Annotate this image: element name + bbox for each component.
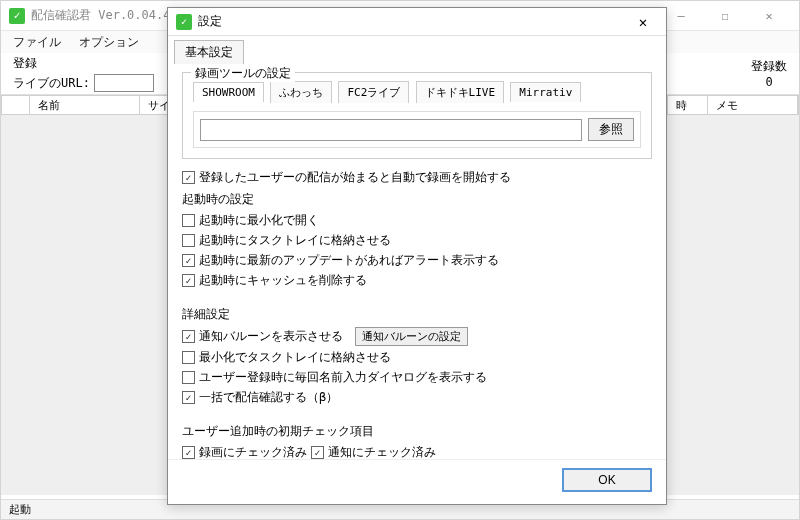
legend-detail: 詳細設定 [182,306,652,323]
chk-startup-tray[interactable] [182,234,195,247]
fieldset-startup: 起動時の設定 起動時に最小化で開く 起動時にタスクトレイに格納させる ✓起動時に… [182,189,652,294]
menu-file[interactable]: ファイル [13,34,61,51]
col-name[interactable]: 名前 [30,96,140,114]
service-tabs: SHOWROOM ふわっち FC2ライブ ドキドキLIVE Mirrativ [193,81,641,103]
chk-init-rec[interactable]: ✓ [182,446,195,459]
fieldset-detail: 詳細設定 ✓ 通知バルーンを表示させる 通知バルーンの設定 最小化でタスクトレイ… [182,304,652,411]
balloon-settings-button[interactable]: 通知バルーンの設定 [355,327,468,346]
register-label: 登録 [13,55,37,72]
fieldset-initcheck: ユーザー追加時の初期チェック項目 ✓ 録画にチェック済み ✓ 通知にチェック済み [182,421,652,459]
url-label: ライブのURL: [13,75,90,92]
svc-tab-fuwacchi[interactable]: ふわっち [270,81,332,103]
app-icon: ✓ [9,8,25,24]
legend-startup: 起動時の設定 [182,191,652,208]
lbl-init-rec: 録画にチェック済み [199,444,307,459]
lbl-min-tray: 最小化でタスクトレイに格納させる [199,349,391,366]
counter-label: 登録数 [751,58,787,75]
browse-button[interactable]: 参照 [588,118,634,141]
legend-initcheck: ユーザー追加時の初期チェック項目 [182,423,652,440]
dialog-title: 設定 [198,13,628,30]
chk-batch-check[interactable]: ✓ [182,391,195,404]
chk-balloon[interactable]: ✓ [182,330,195,343]
dialog-titlebar: ✓ 設定 ✕ [168,8,666,36]
dialog-close-button[interactable]: ✕ [628,14,658,30]
lbl-startup-tray: 起動時にタスクトレイに格納させる [199,232,391,249]
lbl-startup-min: 起動時に最小化で開く [199,212,319,229]
svc-tab-showroom[interactable]: SHOWROOM [193,82,264,102]
svc-tab-dokidoki[interactable]: ドキドキLIVE [416,81,505,103]
col-checkbox[interactable] [2,96,30,114]
url-input[interactable] [94,74,154,92]
maximize-button[interactable]: ☐ [703,2,747,30]
lbl-batch-check: 一括で配信確認する（β） [199,389,338,406]
chk-name-dialog[interactable] [182,371,195,384]
lbl-auto-record: 登録したユーザーの配信が始まると自動で録画を開始する [199,169,511,186]
chk-min-tray[interactable] [182,351,195,364]
lbl-init-notify: 通知にチェック済み [328,444,436,459]
lbl-balloon: 通知バルーンを表示させる [199,328,343,345]
lbl-startup-cache: 起動時にキャッシュを削除する [199,272,367,289]
svc-tab-mirrativ[interactable]: Mirrativ [510,82,581,102]
dialog-tabs: 基本設定 [168,36,666,64]
chk-auto-record[interactable]: ✓ [182,171,195,184]
tab-basic[interactable]: 基本設定 [174,40,244,64]
close-button[interactable]: ✕ [747,2,791,30]
ok-button[interactable]: OK [562,468,652,492]
dialog-icon: ✓ [176,14,192,30]
col-memo[interactable]: メモ [708,96,798,114]
counter-value: 0 [751,75,787,89]
legend-recording: 録画ツールの設定 [191,65,295,82]
fieldset-recording: 録画ツールの設定 SHOWROOM ふわっち FC2ライブ ドキドキLIVE M… [182,72,652,159]
col-time[interactable]: 時 [668,96,708,114]
svc-tab-fc2[interactable]: FC2ライブ [338,81,409,103]
recording-path-input[interactable] [200,119,582,141]
settings-dialog: ✓ 設定 ✕ 基本設定 録画ツールの設定 SHOWROOM ふわっち FC2ライ… [167,7,667,505]
chk-startup-update[interactable]: ✓ [182,254,195,267]
lbl-name-dialog: ユーザー登録時に毎回名前入力ダイヤログを表示する [199,369,487,386]
register-counter: 登録数 0 [751,58,787,89]
lbl-startup-update: 起動時に最新のアップデートがあればアラート表示する [199,252,499,269]
menu-option[interactable]: オプション [79,34,139,51]
chk-startup-cache[interactable]: ✓ [182,274,195,287]
chk-startup-min[interactable] [182,214,195,227]
chk-init-notify[interactable]: ✓ [311,446,324,459]
